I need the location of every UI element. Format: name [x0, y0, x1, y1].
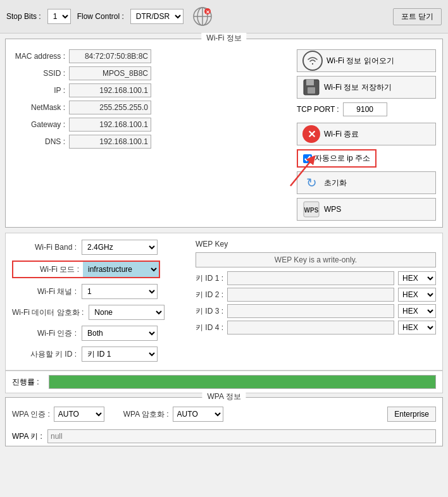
wep-title: WEP Key [196, 240, 436, 248]
wep-key2-input[interactable] [227, 288, 394, 302]
wep-key2-label: 키 ID 2 : [196, 290, 223, 300]
wep-key1-type-select[interactable]: HEXASCII [398, 271, 436, 285]
wpa-section: WPA 정보 WPA 인증 : AUTOWPAWPA2 WPA 암호화 : AU… [5, 397, 443, 446]
gateway-label: Gateway : [12, 120, 69, 129]
use-key-row: 사용할 키 ID : 키 ID 1키 ID 2키 ID 3키 ID 4 [12, 347, 189, 362]
wifi-read-button[interactable]: Wi-Fi 정보 읽어오기 [297, 49, 436, 72]
use-key-select[interactable]: 키 ID 1키 ID 2키 ID 3키 ID 4 [82, 347, 158, 362]
wep-key2-type-select[interactable]: HEXASCII [398, 288, 436, 302]
svg-text:✕: ✕ [205, 9, 209, 15]
wifi-save-button[interactable]: Wi-Fi 정보 저장하기 [297, 76, 436, 99]
tcp-port-row: TCP PORT : [297, 102, 436, 116]
wifi-read-label: Wi-Fi 정보 읽어오기 [327, 56, 394, 66]
wep-key4-row: 키 ID 4 : HEXASCII [196, 321, 436, 334]
wpa-auth-select[interactable]: AUTOWPAWPA2 [54, 407, 104, 422]
wpa-auth-label: WPA 인증 : [12, 409, 50, 420]
red-arrow-icon [284, 156, 322, 187]
wps-icon: WPS [302, 200, 320, 218]
wpa-encrypt-label: WPA 암호화 : [123, 409, 169, 420]
wifi-mode-label: Wi-Fi 모드 : [13, 263, 83, 276]
wifi-mode-select[interactable]: infrastructure Ad-hoc [83, 262, 159, 277]
dns-label: DNS : [12, 137, 69, 146]
dns-row: DNS : [12, 135, 290, 149]
wps-button[interactable]: WPS WPS [297, 198, 436, 221]
wifi-band-row: Wi-Fi Band : 2.4GHz 5GHz Auto [12, 240, 189, 255]
stop-bits-label: Stop Bits : [6, 12, 41, 21]
flow-control-label: Flow Control : [77, 12, 124, 21]
wep-key4-input[interactable] [227, 321, 394, 334]
wpa-key-row: WPA 키 : [6, 427, 442, 446]
wpa-auth-row: WPA 인증 : AUTOWPAWPA2 [12, 407, 104, 422]
mac-label: MAC address : [12, 52, 69, 61]
flow-control-select[interactable]: DTR/DSR None RTS/CTS [130, 9, 184, 24]
main-container: Wi-Fi 정보 MAC address : SSID : IP : NetMa… [0, 34, 448, 451]
wpa-key-label: WPA 키 : [12, 431, 44, 442]
wpa-encrypt-select[interactable]: AUTOTKIPAES [173, 407, 223, 422]
wifi-save-label: Wi-Fi 정보 저장하기 [324, 82, 392, 93]
wep-key4-type-select[interactable]: HEXASCII [398, 321, 436, 334]
top-bar: Stop Bits : 1 Flow Control : DTR/DSR Non… [0, 0, 448, 34]
wifi-band-label: Wi-Fi Band : [12, 243, 82, 252]
use-key-label: 사용할 키 ID : [12, 349, 82, 360]
wep-key3-type-select[interactable]: HEXASCII [398, 304, 436, 318]
progress-bar-fill [49, 376, 435, 388]
wifi-auth-label: Wi-Fi 인증 : [12, 328, 82, 339]
wep-key1-label: 키 ID 1 : [196, 273, 223, 284]
tcp-port-label: TCP PORT : [297, 105, 339, 114]
wifi-stop-label: Wi-Fi 종료 [324, 129, 359, 140]
ssid-label: SSID : [12, 69, 69, 78]
refresh-label: 초기화 [324, 178, 347, 188]
wpa-encrypt-row: WPA 암호화 : AUTOTKIPAES [123, 407, 223, 422]
svg-rect-8 [308, 87, 315, 94]
wep-write-only-notice: WEP Key is a write-only. [196, 252, 436, 267]
wifi-auth-row: Wi-Fi 인증 : BothOpenShared [12, 326, 189, 341]
wifi-mode-wrapper: Wi-Fi 모드 : infrastructure Ad-hoc [12, 261, 160, 278]
wifi-encrypt-label: Wi-Fi 데이터 암호화 : [12, 307, 89, 318]
svg-line-10 [290, 159, 313, 186]
wifi-buttons: Wi-Fi 정보 읽어오기 Wi-Fi 정보 저장하기 TCP PORT : [297, 49, 436, 221]
wep-key4-label: 키 ID 4 : [196, 322, 223, 333]
wep-section: WEP Key WEP Key is a write-only. 키 ID 1 … [196, 240, 436, 364]
enterprise-button[interactable]: Enterprise [387, 407, 436, 422]
progress-row: 진행률 : [5, 371, 443, 393]
wep-key3-label: 키 ID 3 : [196, 306, 223, 317]
gateway-input[interactable] [69, 118, 151, 132]
gateway-row: Gateway : [12, 118, 290, 132]
wep-key1-input[interactable] [227, 271, 394, 285]
wifi-channel-row: Wi-Fi 채널 : 1234 5678 Auto [12, 284, 189, 299]
port-close-button[interactable]: 포트 닫기 [393, 8, 442, 25]
ip-input[interactable] [69, 83, 151, 97]
wep-key3-row: 키 ID 3 : HEXASCII [196, 304, 436, 318]
progress-bar-container [49, 375, 436, 389]
wifi-encrypt-select[interactable]: NoneWEPTKIPAES [89, 305, 165, 320]
wifi-mode-row: Wi-Fi 모드 : infrastructure Ad-hoc [12, 261, 189, 278]
ssid-input[interactable] [69, 66, 151, 80]
dns-input[interactable] [69, 135, 151, 149]
stop-bits-select[interactable]: 1 [47, 9, 71, 24]
wifi-channel-select[interactable]: 1234 5678 Auto [82, 284, 158, 299]
svg-rect-7 [306, 80, 314, 85]
mac-row: MAC address : [12, 49, 290, 63]
wpa-section-title: WPA 정보 [202, 391, 246, 402]
wpa-key-input[interactable] [47, 429, 436, 443]
mac-input[interactable] [69, 49, 151, 63]
wifi-signal-icon [302, 51, 323, 71]
wep-key2-row: 키 ID 2 : HEXASCII [196, 288, 436, 302]
stop-icon: ✕ [302, 125, 320, 143]
netmask-input[interactable] [69, 101, 151, 114]
wep-key3-input[interactable] [227, 304, 394, 318]
tcp-port-input[interactable] [343, 102, 387, 116]
floppy-disk-icon [302, 78, 320, 96]
netmask-label: NetMask : [12, 103, 69, 112]
wifi-auth-select[interactable]: BothOpenShared [82, 326, 158, 341]
wifi-stop-button[interactable]: ✕ Wi-Fi 종료 [297, 123, 436, 145]
settings-section: Wi-Fi Band : 2.4GHz 5GHz Auto Wi-Fi 모드 :… [5, 233, 443, 371]
wep-key1-row: 키 ID 1 : HEXASCII [196, 271, 436, 285]
ip-row: IP : [12, 83, 290, 97]
svg-text:WPS: WPS [304, 207, 319, 214]
wifi-band-select[interactable]: 2.4GHz 5GHz Auto [82, 240, 158, 255]
ssid-row: SSID : [12, 66, 290, 80]
auto-ip-label: 자동으로 ip 주소 [314, 153, 370, 164]
wps-label: WPS [324, 205, 341, 214]
netmask-row: NetMask : [12, 101, 290, 114]
